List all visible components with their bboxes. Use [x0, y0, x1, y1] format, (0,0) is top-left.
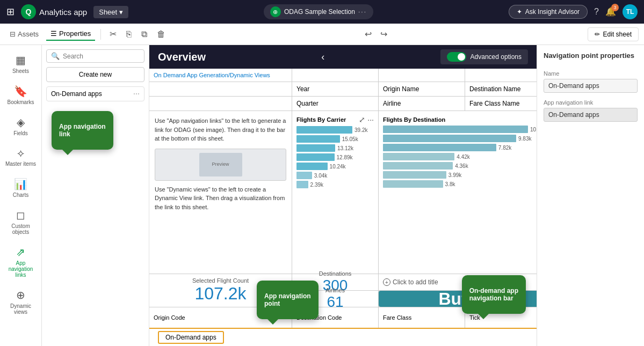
- notification-icon[interactable]: 🔔 3: [605, 6, 616, 17]
- qlik-logo: Q Analytics app: [21, 4, 87, 19]
- on-demand-nav-bar-callout: On-demand app navigation bar: [462, 275, 526, 314]
- dest-bar-6: 3.99k: [383, 171, 537, 179]
- tab-assets[interactable]: ⊟ Assets: [5, 28, 43, 40]
- origin-name-header[interactable]: Origin Name: [379, 82, 465, 96]
- carrier-bar-label-6: 3.04k: [314, 173, 334, 179]
- dest-bar-label-5: 4.36k: [455, 163, 474, 169]
- qlik-logo-mark: Q: [21, 4, 36, 19]
- app-nav-link-section: App navigation link: [544, 99, 638, 122]
- sidebar-label-master-items: Master items: [5, 161, 36, 167]
- carrier-bar-label-7: 2.39k: [310, 182, 330, 188]
- flights-carrier-chart: Flights By Carrier ⤢ ··· 39.2k 15.05k: [292, 111, 378, 274]
- copy-button[interactable]: ⎘: [123, 27, 135, 41]
- description-panel: Use "App navigation links" to the left t…: [149, 111, 292, 274]
- delete-button[interactable]: 🗑: [154, 27, 169, 41]
- tab-properties[interactable]: ☰ Properties: [46, 27, 95, 41]
- toggle-knob: [458, 53, 465, 61]
- advanced-options-label: Advanced options: [471, 53, 522, 61]
- search-icon: 🔍: [51, 52, 60, 60]
- redo-button[interactable]: ↪: [377, 27, 390, 41]
- properties-icon: ☰: [50, 30, 57, 38]
- avatar[interactable]: TL: [623, 4, 638, 19]
- notification-badge: 3: [611, 4, 619, 11]
- dest-bar-fill-1: [383, 126, 528, 133]
- selection-label: ODAG Sample Selection: [284, 8, 355, 16]
- dots-menu-icon[interactable]: ⋯: [133, 90, 140, 98]
- advanced-options-toggle[interactable]: Advanced options: [440, 49, 528, 64]
- sidebar-item-master-items[interactable]: ⟡ Master items: [2, 143, 40, 171]
- destination-name-header[interactable]: Destination Name: [465, 82, 537, 96]
- dest-bar-label-2: 9.83k: [518, 136, 537, 142]
- sheet-dropdown[interactable]: Sheet ▾: [93, 6, 128, 18]
- create-new-button[interactable]: Create new: [46, 67, 144, 82]
- sheets-icon: ▦: [16, 54, 26, 67]
- dest-bar-7: 3.8k: [383, 180, 537, 188]
- fare-class-name-header[interactable]: Fare Class Name: [465, 97, 537, 111]
- airline-header[interactable]: Airline: [379, 97, 465, 111]
- cell-left-row2: [149, 82, 292, 96]
- sidebar-item-bookmarks[interactable]: 🔖 Bookmarks: [2, 80, 40, 109]
- sidebar-item-sheets[interactable]: ▦ Sheets: [2, 49, 40, 78]
- insight-icon: ✦: [517, 8, 522, 16]
- cell-empty-1: [292, 69, 378, 82]
- nav-app-item[interactable]: On-Demand apps ⋯: [46, 86, 144, 101]
- airlines-label: Airlines: [325, 287, 345, 293]
- search-input[interactable]: [63, 53, 140, 60]
- left-sidebar: ▦ Sheets 🔖 Bookmarks ◈ Fields ⟡ Master i…: [0, 45, 42, 346]
- master-items-icon: ⟡: [17, 147, 24, 159]
- app-nav-link-input[interactable]: [544, 108, 638, 122]
- app-nav-links-icon: ⇗: [16, 246, 25, 259]
- insight-advisor-button[interactable]: ✦ Ask Insight Advisor: [509, 5, 588, 19]
- edit-sheet-button[interactable]: ✏ Edit sheet: [588, 27, 639, 41]
- properties-panel: 🔍 Create new On-Demand apps ⋯ App naviga…: [42, 45, 149, 346]
- carrier-bar-label-3: 13.12k: [337, 145, 357, 151]
- nav-app-item-label: On-Demand apps: [51, 90, 102, 98]
- nav-prop-title: Navigation point properties: [544, 51, 638, 60]
- sidebar-item-fields[interactable]: ◈ Fields: [2, 112, 40, 141]
- carrier-bar-2: 15.05k: [296, 135, 374, 143]
- breadcrumb-link[interactable]: On Demand App Generation/Dynamic Views: [154, 72, 270, 78]
- name-input[interactable]: [544, 79, 638, 93]
- back-arrow-icon[interactable]: ‹: [321, 51, 324, 63]
- dest-bar-label-6: 3.99k: [448, 172, 468, 178]
- cut-button[interactable]: ✂: [106, 27, 120, 41]
- sidebar-label-charts: Charts: [13, 192, 28, 198]
- overview-title: Overview: [158, 51, 206, 63]
- carrier-bar-fill-3: [296, 144, 335, 152]
- carrier-bar-rows: 39.2k 15.05k 13.12k 12.89k: [296, 126, 374, 188]
- dest-bar-rows: 10.54k 9.83k 7.82k 4.42k: [383, 126, 537, 188]
- carrier-bar-fill-6: [296, 172, 312, 179]
- sidebar-item-dynamic-views[interactable]: ⊕ Dynamic views: [2, 284, 40, 319]
- dest-bar-fill-6: [383, 171, 446, 179]
- dest-bar-1: 10.54k: [383, 126, 537, 133]
- carrier-bar-label-4: 12.89k: [337, 154, 356, 160]
- name-label: Name: [544, 70, 638, 77]
- dest-chart-header: Flights By Destination: [383, 115, 537, 123]
- paste-button[interactable]: ⧉: [138, 27, 150, 41]
- carrier-bar-label-1: 39.2k: [354, 127, 374, 133]
- grid-icon[interactable]: ⊞: [6, 6, 15, 18]
- carrier-bar-label-5: 10.24k: [330, 164, 349, 170]
- nav-bar-item[interactable]: On-Demand apps: [158, 331, 224, 344]
- carrier-bar-5: 10.24k: [296, 163, 374, 170]
- selection-dot: ⊕: [270, 6, 281, 17]
- dest-bar-fill-2: [383, 135, 516, 142]
- help-icon[interactable]: ?: [594, 7, 599, 17]
- quarter-header[interactable]: Quarter: [292, 97, 378, 111]
- carrier-bar-label-2: 15.05k: [342, 136, 361, 142]
- toggle-switch[interactable]: [447, 52, 466, 62]
- carrier-chart-expand-icon[interactable]: ⤢ ···: [359, 115, 374, 124]
- sidebar-label-dynamic-views: Dynamic views: [5, 303, 37, 315]
- selected-flight-label: Selected Flight Count: [192, 277, 249, 284]
- dest-chart-title: Flights By Destination: [383, 116, 445, 123]
- more-options-icon[interactable]: ···: [358, 8, 367, 16]
- undo-button[interactable]: ↩: [361, 27, 375, 41]
- cell-empty-2: [379, 69, 465, 82]
- sidebar-item-app-nav-links[interactable]: ⇗ App navigation links: [2, 241, 40, 282]
- sidebar-item-charts[interactable]: 📊 Charts: [2, 173, 40, 202]
- search-box[interactable]: 🔍: [46, 49, 144, 63]
- year-header[interactable]: Year: [292, 82, 378, 96]
- sidebar-item-custom-objects[interactable]: ◻ Custom objects: [2, 204, 40, 239]
- dest-bar-fill-5: [383, 162, 453, 170]
- toolbar: ⊟ Assets ☰ Properties ✂ ⎘ ⧉ 🗑 ↩ ↪ ✏ Edit…: [0, 24, 644, 45]
